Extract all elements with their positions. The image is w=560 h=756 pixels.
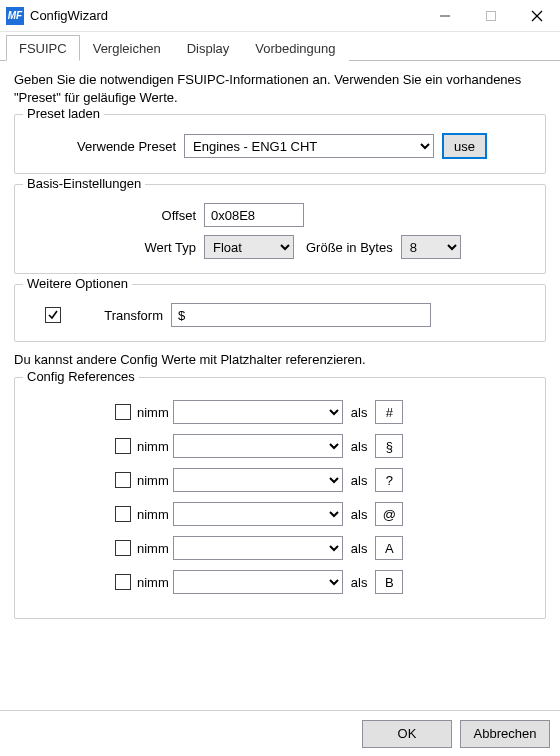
group-basis-title: Basis-Einstellungen [23, 176, 145, 191]
ref-symbol[interactable] [375, 570, 403, 594]
ref-checkbox[interactable] [115, 438, 131, 454]
tab-vorbedingung[interactable]: Vorbedingung [242, 35, 348, 61]
ref-select[interactable] [173, 468, 343, 492]
ref-symbol[interactable] [375, 434, 403, 458]
transform-input[interactable] [171, 303, 431, 327]
window-controls [422, 0, 560, 31]
ref-checkbox[interactable] [115, 506, 131, 522]
tab-vergleichen[interactable]: Vergleichen [80, 35, 174, 61]
svg-rect-1 [487, 11, 496, 20]
ref-row: nimm als [29, 536, 531, 560]
group-preset-title: Preset laden [23, 106, 104, 121]
ref-select[interactable] [173, 570, 343, 594]
ref-checkbox[interactable] [115, 540, 131, 556]
preset-select[interactable]: Engines - ENG1 CHT [184, 134, 434, 158]
ref-row: nimm als [29, 502, 531, 526]
as-label: als [351, 507, 368, 522]
cancel-button[interactable]: Abbrechen [460, 720, 550, 748]
ref-checkbox[interactable] [115, 472, 131, 488]
ok-button[interactable]: OK [362, 720, 452, 748]
take-label: nimm [137, 541, 169, 556]
dialog-footer: OK Abbrechen [0, 710, 560, 756]
group-preset: Preset laden Verwende Preset Engines - E… [14, 114, 546, 174]
take-label: nimm [137, 473, 169, 488]
size-label: Größe in Bytes [306, 240, 393, 255]
ref-select[interactable] [173, 434, 343, 458]
ref-select[interactable] [173, 502, 343, 526]
ref-select[interactable] [173, 400, 343, 424]
tab-bar: FSUIPC Vergleichen Display Vorbedingung [0, 34, 560, 61]
ref-checkbox[interactable] [115, 574, 131, 590]
ref-row: nimm als [29, 434, 531, 458]
tab-fsuipc[interactable]: FSUIPC [6, 35, 80, 61]
close-button[interactable] [514, 0, 560, 31]
group-basis: Basis-Einstellungen Offset Wert Typ Floa… [14, 184, 546, 274]
ref-symbol[interactable] [375, 468, 403, 492]
type-label: Wert Typ [29, 240, 204, 255]
ref-row: nimm als [29, 468, 531, 492]
take-label: nimm [137, 405, 169, 420]
take-label: nimm [137, 439, 169, 454]
title-bar: MF ConfigWizard [0, 0, 560, 32]
group-options: Weitere Optionen Transform [14, 284, 546, 342]
transform-checkbox[interactable] [45, 307, 61, 323]
use-button[interactable]: use [442, 133, 487, 159]
transform-label: Transform [61, 308, 171, 323]
type-select[interactable]: Float [204, 235, 294, 259]
intro-text: Geben Sie die notwendigen FSUIPC-Informa… [14, 71, 546, 106]
ref-row: nimm als [29, 400, 531, 424]
offset-label: Offset [29, 208, 204, 223]
ref-row: nimm als [29, 570, 531, 594]
as-label: als [351, 575, 368, 590]
ref-symbol[interactable] [375, 400, 403, 424]
as-label: als [351, 473, 368, 488]
take-label: nimm [137, 575, 169, 590]
group-refs: Config References nimm als nimm als nimm [14, 377, 546, 619]
ref-select[interactable] [173, 536, 343, 560]
offset-input[interactable] [204, 203, 304, 227]
window-title: ConfigWizard [30, 8, 422, 23]
group-options-title: Weitere Optionen [23, 276, 132, 291]
minimize-button[interactable] [422, 0, 468, 31]
tab-display[interactable]: Display [174, 35, 243, 61]
ref-checkbox[interactable] [115, 404, 131, 420]
as-label: als [351, 541, 368, 556]
ref-symbol[interactable] [375, 502, 403, 526]
app-icon: MF [6, 7, 24, 25]
preset-label: Verwende Preset [29, 139, 184, 154]
as-label: als [351, 405, 368, 420]
tab-content: Geben Sie die notwendigen FSUIPC-Informa… [0, 61, 560, 639]
group-refs-title: Config References [23, 369, 139, 384]
size-select[interactable]: 8 [401, 235, 461, 259]
take-label: nimm [137, 507, 169, 522]
maximize-button[interactable] [468, 0, 514, 31]
ref-symbol[interactable] [375, 536, 403, 560]
ref-note: Du kannst andere Config Werte mit Platzh… [14, 352, 546, 367]
as-label: als [351, 439, 368, 454]
